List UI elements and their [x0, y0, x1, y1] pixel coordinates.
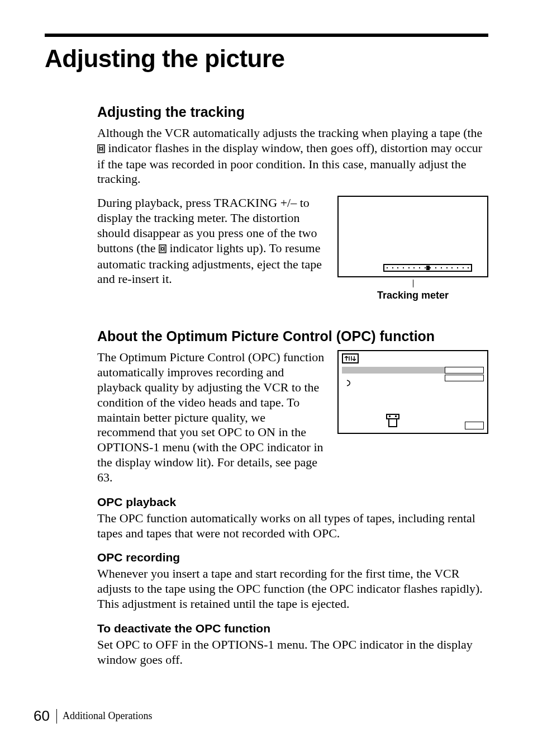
- opc-deactivate-heading: To deactivate the OPC function: [97, 622, 488, 635]
- tracking-indicator-icon: [97, 142, 105, 157]
- opc-figure: [337, 350, 488, 434]
- opc-playback-paragraph: The OPC function automatically works on …: [97, 511, 488, 541]
- top-rule: [45, 34, 488, 37]
- opc-recording-heading: OPC recording: [97, 551, 488, 564]
- footer-section-name: Additional Operations: [63, 710, 152, 722]
- opc-play-indicator: [346, 379, 353, 388]
- opc-recording-paragraph: Whenever you insert a tape and start rec…: [97, 566, 488, 611]
- page-footer: 60 Additional Operations: [34, 707, 152, 725]
- opc-segment-2: [445, 375, 484, 381]
- tracking-paragraph-1: Although the VCR automatically adjusts t…: [97, 126, 488, 187]
- tracking-figure: Tracking meter: [337, 196, 488, 301]
- page-title: Adjusting the picture: [45, 45, 488, 73]
- opc-playback-heading: OPC playback: [97, 495, 488, 509]
- opc-screen: [337, 350, 488, 434]
- opc-heading: About the Optimum Picture Control (OPC) …: [97, 328, 488, 344]
- tracking-heading: Adjusting the tracking: [97, 104, 488, 120]
- svg-rect-0: [98, 145, 104, 153]
- svg-rect-1: [159, 245, 166, 253]
- tracking-figure-label: Tracking meter: [337, 290, 488, 301]
- opc-bottom-box: [465, 422, 484, 429]
- opc-intro: The Optimum Picture Control (OPC) functi…: [97, 350, 326, 485]
- tracking-screen: [337, 196, 488, 277]
- tracking-indicator-icon-2: [159, 242, 166, 257]
- tracking-meter-bar: [383, 264, 473, 272]
- tracking-p1-b: indicator flashes in the display window,…: [97, 141, 482, 186]
- tracking-paragraph-2: During playback, press TRACKING +/– to d…: [97, 196, 326, 287]
- page-number: 60: [34, 707, 55, 725]
- opc-segment-1: [445, 367, 484, 374]
- opc-tab-icon: [342, 353, 359, 363]
- cassette-icon: [386, 414, 399, 427]
- opc-deactivate-paragraph: Set OPC to OFF in the OPTIONS-1 menu. Th…: [97, 637, 488, 668]
- tracking-pointer-line: [413, 280, 413, 287]
- tracking-p1-a: Although the VCR automatically adjusts t…: [97, 126, 482, 140]
- footer-separator: [56, 709, 57, 724]
